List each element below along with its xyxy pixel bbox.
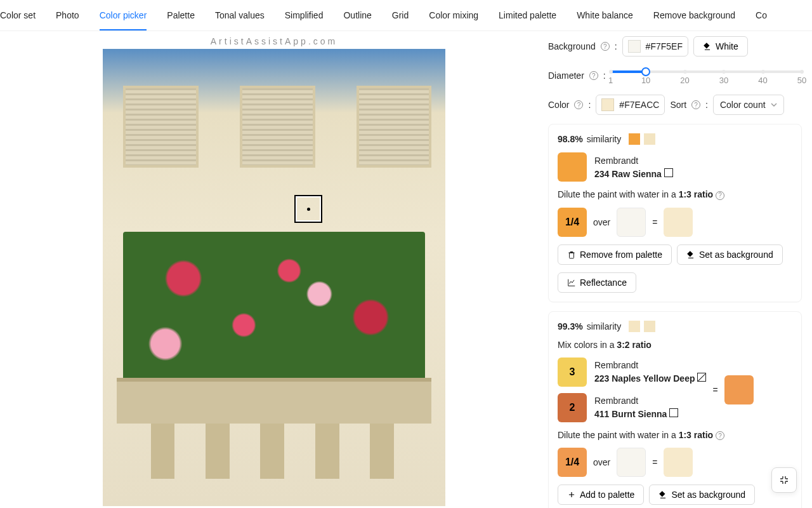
ratio-box: 1/4 <box>558 208 587 237</box>
slider-mark: 1 <box>608 76 613 85</box>
picker-crosshair[interactable] <box>294 195 322 223</box>
remove-from-palette-button[interactable]: Remove from palette <box>558 244 672 265</box>
tab-color-mixing[interactable]: Color mixing <box>429 0 478 30</box>
tab-limited-palette[interactable]: Limited palette <box>499 0 556 30</box>
mix-part-number: 3 <box>558 358 587 387</box>
tab-color-set[interactable]: Color set <box>0 0 36 30</box>
tab-photo[interactable]: Photo <box>56 0 79 30</box>
slider-mark: 50 <box>797 76 806 85</box>
chevron-down-icon <box>771 102 777 108</box>
dilute-instruction: Dilute the paint with water in a 1:3 rat… <box>558 189 792 200</box>
color-label: Color <box>548 100 569 110</box>
paint-swatch <box>558 152 587 182</box>
slider-mark: 10 <box>641 76 650 85</box>
mix-result-swatch <box>724 375 754 404</box>
consistency-icon <box>697 373 706 382</box>
over-text: over <box>593 457 610 467</box>
format-color-fill-icon <box>686 250 695 259</box>
background-hex-value: #F7F5EF <box>646 41 683 51</box>
tab-palette[interactable]: Palette <box>167 0 195 30</box>
tab-simplified[interactable]: Simplified <box>285 0 324 30</box>
sort-label: Sort <box>670 100 686 110</box>
help-icon[interactable]: ? <box>589 71 598 80</box>
help-icon[interactable]: ? <box>574 100 583 109</box>
reference-image[interactable] <box>103 49 445 506</box>
help-icon[interactable]: ? <box>601 42 610 51</box>
paint-card: 98.8% similarity Rembrandt 234 Raw Sienn… <box>548 124 802 302</box>
reflectance-button[interactable]: Reflectance <box>558 272 636 293</box>
over-swatch <box>617 448 646 477</box>
similarity-swatch <box>644 133 655 145</box>
help-icon[interactable]: ? <box>716 431 724 440</box>
color-swatch <box>601 98 614 111</box>
help-icon[interactable]: ? <box>716 191 724 200</box>
tab-remove-background[interactable]: Remove background <box>653 0 735 30</box>
color-hex-value: #F7EACC <box>619 100 659 110</box>
plus-icon <box>567 490 576 499</box>
over-swatch <box>617 208 646 237</box>
white-button[interactable]: White <box>693 36 748 57</box>
tab-color-picker[interactable]: Color picker <box>100 0 147 30</box>
fullscreen-exit-button[interactable] <box>771 467 797 493</box>
mix-instruction: Mix colors in a 3:2 ratio <box>558 340 792 350</box>
slider-mark: 20 <box>680 76 689 85</box>
tabs-bar: Color setPhotoColor pickerPaletteTonal v… <box>0 0 812 31</box>
paint-brand: Rembrandt <box>594 360 706 370</box>
controls-panel: Background ?: #F7F5EF White Diameter ?: <box>548 36 802 508</box>
similarity-swatch <box>629 321 640 332</box>
format-color-fill-icon <box>658 490 667 499</box>
help-icon[interactable]: ? <box>691 100 700 109</box>
diameter-slider[interactable]: 11020304050 <box>611 65 802 86</box>
equals-text: = <box>652 457 657 467</box>
similarity-swatch <box>629 133 640 145</box>
watermark: ArtistAssistApp.com <box>211 36 337 46</box>
dilute-instruction: Dilute the paint with water in a 1:3 rat… <box>558 430 792 441</box>
ratio-box: 1/4 <box>558 448 587 477</box>
equals-text: = <box>712 385 717 395</box>
slider-mark: 40 <box>758 76 767 85</box>
tab-grid[interactable]: Grid <box>392 0 409 30</box>
tab-white-balance[interactable]: White balance <box>577 0 633 30</box>
minimize-icon <box>779 475 789 485</box>
slider-mark: 30 <box>719 76 728 85</box>
paint-brand: Rembrandt <box>594 156 673 166</box>
format-color-fill-icon <box>703 42 712 51</box>
square-icon <box>664 168 673 177</box>
similarity-percent: 99.3% <box>558 321 583 331</box>
consistency-icon <box>669 408 678 417</box>
set-as-background-button[interactable]: Set as background <box>649 485 755 505</box>
paint-name: 223 Naples Yellow Deep <box>594 373 706 384</box>
similarity-label: similarity <box>587 321 621 331</box>
sort-select[interactable]: Color count <box>713 95 784 115</box>
result-swatch <box>664 448 693 477</box>
tab-co[interactable]: Co <box>756 0 767 30</box>
tab-tonal-values[interactable]: Tonal values <box>215 0 265 30</box>
add-to-palette-button[interactable]: Add to palette <box>558 485 644 505</box>
color-hex-input[interactable]: #F7EACC <box>596 95 665 115</box>
image-panel: ArtistAssistApp.com <box>10 36 538 508</box>
result-swatch <box>664 208 693 237</box>
mix-part-number: 2 <box>558 393 587 422</box>
paint-card: 99.3% similarity Mix colors in a 3:2 rat… <box>548 311 802 509</box>
trash-icon <box>567 250 576 259</box>
paint-brand: Rembrandt <box>594 396 678 406</box>
paint-name: 234 Raw Sienna <box>594 168 673 179</box>
background-hex-input[interactable]: #F7F5EF <box>622 36 688 57</box>
background-swatch <box>628 40 641 53</box>
similarity-percent: 98.8% <box>558 134 583 144</box>
tab-outline[interactable]: Outline <box>343 0 371 30</box>
set-as-background-button[interactable]: Set as background <box>677 244 783 265</box>
paint-name: 411 Burnt Sienna <box>594 408 678 419</box>
similarity-label: similarity <box>587 134 621 144</box>
chart-line-icon <box>567 278 576 287</box>
diameter-label: Diameter <box>548 70 584 81</box>
equals-text: = <box>652 217 657 227</box>
similarity-swatch <box>644 321 655 332</box>
over-text: over <box>593 217 610 227</box>
background-label: Background <box>548 41 596 51</box>
